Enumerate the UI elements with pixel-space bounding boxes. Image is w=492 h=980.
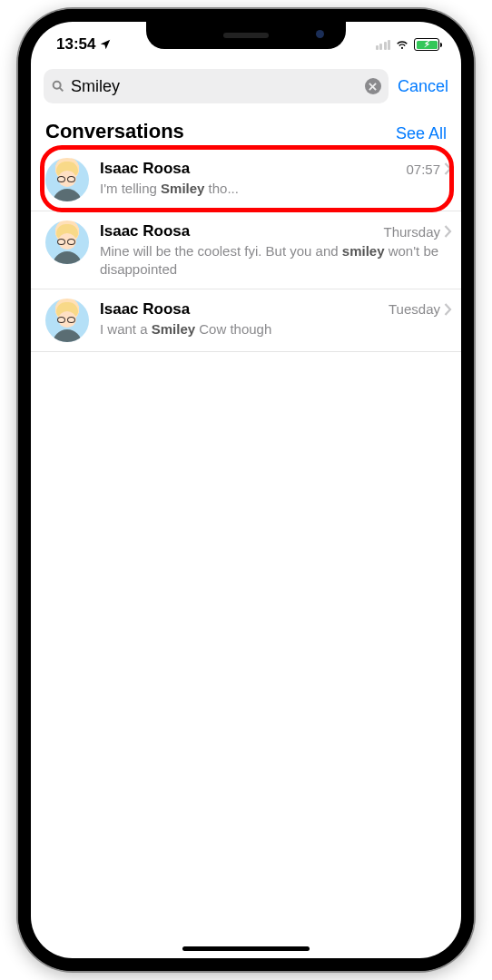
contact-name: Isaac Roosa [100, 300, 190, 318]
section-title: Conversations [45, 120, 184, 143]
message-time: 07:57 [406, 162, 452, 177]
avatar [45, 158, 89, 201]
avatar [45, 220, 89, 264]
cellular-signal-icon [376, 39, 391, 50]
contact-name: Isaac Roosa [100, 160, 190, 178]
wifi-icon [394, 38, 410, 51]
svg-line-1 [60, 88, 64, 92]
conversation-row[interactable]: Isaac Roosa07:57I'm telling Smiley tho..… [31, 149, 461, 211]
message-preview: I want a Smiley Cow though [100, 320, 452, 338]
search-icon [51, 79, 65, 93]
close-icon [369, 83, 377, 91]
svg-point-0 [54, 82, 61, 89]
search-field[interactable] [44, 69, 389, 103]
clear-search-button[interactable] [365, 78, 381, 94]
chevron-right-icon [444, 303, 452, 316]
message-time: Thursday [383, 224, 452, 240]
cancel-button[interactable]: Cancel [398, 77, 448, 96]
see-all-link[interactable]: See All [396, 124, 447, 143]
battery-icon: ⚡︎ [414, 38, 439, 51]
chevron-right-icon [444, 162, 452, 175]
message-preview: Mine will be the coolest fyi. But you an… [100, 242, 452, 279]
location-arrow-icon [99, 38, 112, 51]
chevron-right-icon [444, 225, 452, 238]
conversation-row[interactable]: Isaac RoosaTuesdayI want a Smiley Cow th… [31, 289, 461, 352]
status-time: 13:54 [56, 35, 95, 54]
device-notch [146, 22, 346, 49]
home-indicator[interactable] [182, 946, 310, 951]
avatar [45, 299, 89, 342]
results-list: Isaac Roosa07:57I'm telling Smiley tho..… [31, 149, 461, 958]
conversation-row[interactable]: Isaac RoosaThursdayMine will be the cool… [31, 211, 461, 289]
message-preview: I'm telling Smiley tho... [100, 180, 452, 198]
message-time: Tuesday [389, 301, 452, 317]
contact-name: Isaac Roosa [100, 222, 190, 240]
search-input[interactable] [71, 77, 359, 96]
